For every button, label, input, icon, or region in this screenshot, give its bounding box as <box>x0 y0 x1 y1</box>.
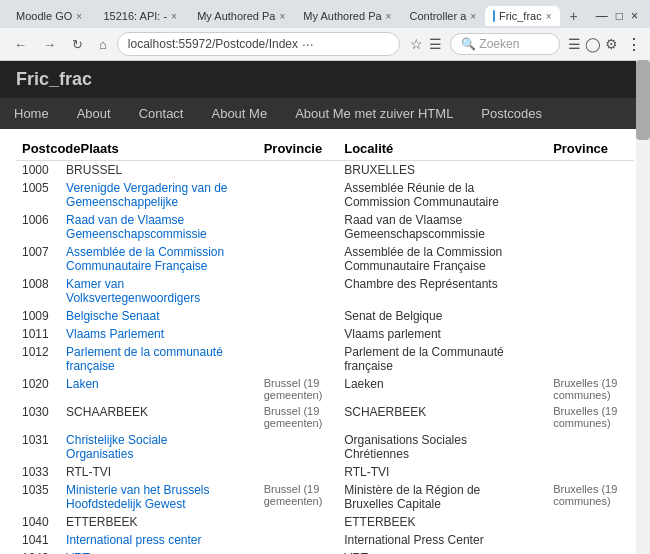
table-row: 1007 Assemblée de la CommissionCommunaut… <box>16 243 634 275</box>
table-cell-code: 1043 <box>16 549 60 554</box>
table-cell-provincie <box>258 161 339 180</box>
table-cell-empty <box>533 343 547 375</box>
tab-close-fricfrac[interactable]: × <box>546 11 552 22</box>
table-cell-empty <box>533 307 547 325</box>
table-cell-empty <box>533 481 547 513</box>
site-header: Fric_frac <box>0 61 650 98</box>
scroll-thumb[interactable] <box>636 60 650 140</box>
nav-about[interactable]: About <box>63 98 125 129</box>
table-cell-name: Belgische Senaat <box>60 307 258 325</box>
tab-controller[interactable]: Controller a × <box>397 6 483 26</box>
table-cell-empty <box>533 531 547 549</box>
table-row: 1030 SCHAARBEEK Brussel (19gemeenten) SC… <box>16 403 634 431</box>
extensions-icon[interactable]: ☰ <box>568 36 581 52</box>
bookmark-icon[interactable]: ☆ <box>410 36 423 52</box>
table-row: 1000 BRUSSEL BRUXELLES <box>16 161 634 180</box>
table-cell-province <box>547 549 634 554</box>
table-row: 1035 Ministerie van het BrusselsHoofdste… <box>16 481 634 513</box>
table-cell-localite: Raad van de VlaamseGemeenschapscommissie <box>338 211 533 243</box>
tab-label-api: 15216: API: - <box>103 10 167 22</box>
table-cell-empty <box>533 211 547 243</box>
new-tab-button[interactable]: + <box>562 4 586 28</box>
table-cell-localite: Parlement de la Communautéfrançaise <box>338 343 533 375</box>
browser-chrome: Moodle GO × 15216: API: - × My Authored … <box>0 0 650 61</box>
table-row: 1006 Raad van de VlaamseGemeenschapscomm… <box>16 211 634 243</box>
tab-label-fricfrac: Fric_frac <box>499 10 542 22</box>
table-cell-localite: Chambre des Représentants <box>338 275 533 307</box>
table-cell-province <box>547 531 634 549</box>
table-cell-province <box>547 463 634 481</box>
nav-postcodes[interactable]: Postcodes <box>467 98 556 129</box>
search-icon: 🔍 <box>461 37 476 51</box>
table-cell-province: Bruxelles (19communes) <box>547 403 634 431</box>
tab-close-controller[interactable]: × <box>470 11 476 22</box>
table-row: 1008 Kamer vanVolksvertegenwoordigers Ch… <box>16 275 634 307</box>
table-cell-name: SCHAARBEEK <box>60 403 258 431</box>
table-row: 1011 Vlaams Parlement Vlaams parlement <box>16 325 634 343</box>
home-button[interactable]: ⌂ <box>93 34 113 55</box>
table-cell-provincie <box>258 179 339 211</box>
table-cell-code: 1020 <box>16 375 60 403</box>
search-placeholder: Zoeken <box>479 37 519 51</box>
reload-button[interactable]: ↻ <box>66 34 89 55</box>
table-cell-provincie <box>258 211 339 243</box>
tab-close-api[interactable]: × <box>171 11 177 22</box>
table-cell-localite: BRUXELLES <box>338 161 533 180</box>
profile-icon[interactable]: ◯ <box>585 36 601 52</box>
tab-authored2[interactable]: My Authored Pa × <box>291 6 395 26</box>
table-cell-code: 1031 <box>16 431 60 463</box>
table-row: 1009 Belgische Senaat Senat de Belgique <box>16 307 634 325</box>
tab-moodle[interactable]: Moodle GO × <box>4 6 89 26</box>
nav-home[interactable]: Home <box>0 98 63 129</box>
tab-close-authored2[interactable]: × <box>386 11 392 22</box>
table-cell-code: 1007 <box>16 243 60 275</box>
table-cell-code: 1040 <box>16 513 60 531</box>
back-button[interactable]: ← <box>8 34 33 55</box>
tab-fricfrac[interactable]: Fric_frac × <box>485 6 559 26</box>
tab-favicon-fricfrac <box>493 10 494 22</box>
table-cell-code: 1035 <box>16 481 60 513</box>
readinglist-icon[interactable]: ☰ <box>429 36 442 52</box>
table-cell-localite: International Press Center <box>338 531 533 549</box>
table-cell-name: Assemblée de la CommissionCommunautaire … <box>60 243 258 275</box>
tab-authored1[interactable]: My Authored Pa × <box>185 6 289 26</box>
table-cell-provincie <box>258 463 339 481</box>
table-cell-provincie <box>258 531 339 549</box>
maximize-button[interactable]: □ <box>616 9 623 23</box>
site-title: Fric_frac <box>16 69 92 89</box>
table-cell-provincie <box>258 343 339 375</box>
search-bar[interactable]: 🔍 Zoeken <box>450 33 560 55</box>
minimize-button[interactable]: — <box>596 9 608 23</box>
table-cell-name: ETTERBEEK <box>60 513 258 531</box>
browser-menu-button[interactable]: ⋮ <box>626 35 642 54</box>
close-button[interactable]: × <box>631 9 638 23</box>
table-cell-empty <box>533 431 547 463</box>
nav-aboutme[interactable]: About Me <box>197 98 281 129</box>
tab-close-authored1[interactable]: × <box>279 11 285 22</box>
forward-button[interactable]: → <box>37 34 62 55</box>
address-options[interactable]: ··· <box>302 36 389 52</box>
tab-close-moodle[interactable]: × <box>76 11 82 22</box>
table-row: 1012 Parlement de la communautéfrançaise… <box>16 343 634 375</box>
table-cell-province: Bruxelles (19communes) <box>547 375 634 403</box>
table-cell-name: Laken <box>60 375 258 403</box>
site-wrapper: Fric_frac Home About Contact About Me Ab… <box>0 61 650 554</box>
site-nav: Home About Contact About Me About Me met… <box>0 98 650 129</box>
table-cell-empty <box>533 243 547 275</box>
address-bar[interactable]: localhost:55972/Postcode/Index ··· <box>117 32 400 56</box>
table-cell-code: 1030 <box>16 403 60 431</box>
tab-api[interactable]: 15216: API: - × <box>91 6 183 26</box>
table-cell-name: VRT <box>60 549 258 554</box>
table-cell-localite: Organisations SocialesChrétiennes <box>338 431 533 463</box>
table-cell-name: Verenigde Vergadering van deGemeenschapp… <box>60 179 258 211</box>
table-cell-code: 1033 <box>16 463 60 481</box>
nav-contact[interactable]: Contact <box>125 98 198 129</box>
nav-aboutme-html[interactable]: About Me met zuiver HTML <box>281 98 467 129</box>
nav-bar: ← → ↻ ⌂ localhost:55972/Postcode/Index ·… <box>0 28 650 60</box>
table-cell-localite: Assemblée de la CommissionCommunautaire … <box>338 243 533 275</box>
settings-icon[interactable]: ⚙ <box>605 36 618 52</box>
table-cell-provincie <box>258 431 339 463</box>
table-cell-code: 1009 <box>16 307 60 325</box>
table-cell-name: International press center <box>60 531 258 549</box>
table-cell-empty <box>533 161 547 180</box>
